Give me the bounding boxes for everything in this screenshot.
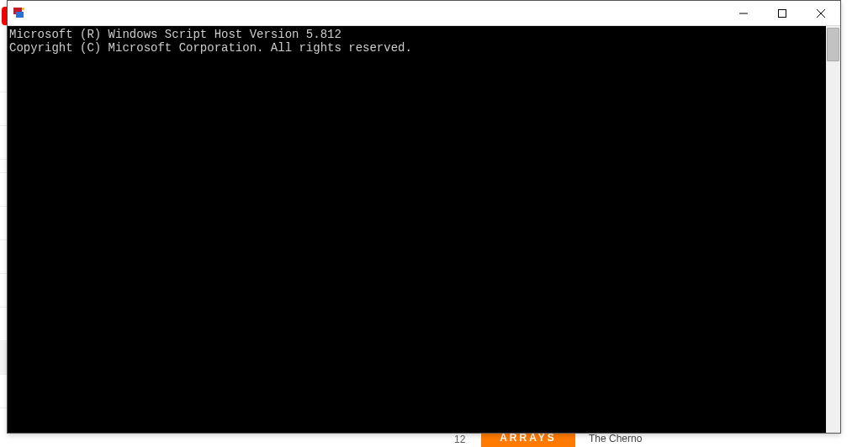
maximize-button[interactable] [763,1,802,26]
app-icon[interactable] [8,2,31,25]
vertical-scrollbar[interactable] [826,26,840,433]
titlebar[interactable] [8,1,840,26]
channel-name: The Cherno [589,433,642,444]
video-count: 12 [454,434,465,445]
scrollbar-track[interactable] [826,26,840,433]
minimize-icon [739,9,748,18]
close-button[interactable] [802,1,840,26]
close-icon [817,9,825,18]
minimize-button[interactable] [724,1,763,26]
maximize-icon [778,9,786,18]
svg-rect-1 [779,9,786,17]
scrollbar-thumb[interactable] [827,28,839,61]
console-window: Microsoft (R) Windows Script Host Versio… [7,0,841,434]
console-output[interactable]: Microsoft (R) Windows Script Host Versio… [8,26,826,433]
thumbnail-text: ARRAYS [500,432,557,444]
wscript-icon [13,7,26,20]
client-area: Microsoft (R) Windows Script Host Versio… [8,26,840,433]
